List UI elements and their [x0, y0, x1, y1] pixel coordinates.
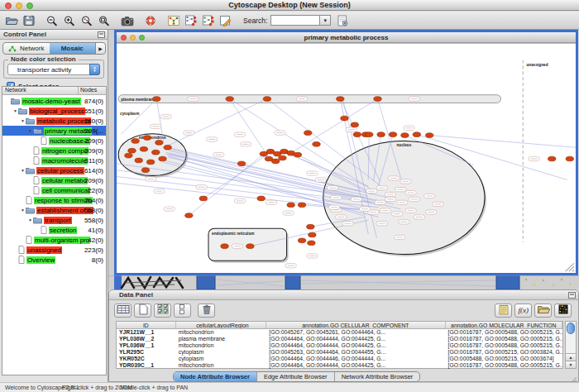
column-header[interactable]: annotation.GO CELLULAR_COMPONENT — [266, 322, 445, 328]
tab-edge-attribute-browser[interactable]: Edge Attribute Browser — [257, 372, 335, 381]
notepad-button[interactable] — [495, 304, 512, 318]
column-header[interactable]: _cellularLayoutRegion — [176, 322, 267, 328]
scroll-down-button[interactable]: ▼ — [566, 361, 576, 368]
tree-column-nodes[interactable]: Nodes — [79, 87, 106, 94]
background-windows-strip — [108, 275, 579, 289]
expand-triangle-icon[interactable]: ▼ — [27, 128, 33, 133]
attribute-table: ID_cellularLayoutRegionannotation.GO CEL… — [116, 321, 563, 369]
scrollbar-thumb[interactable] — [567, 323, 575, 334]
scroll-up-button[interactable]: ▲ — [566, 353, 576, 361]
tree-row[interactable]: Overview8(0) — [2, 255, 106, 265]
tree-row[interactable]: multi-organism pro42(0) — [2, 235, 106, 245]
search-options-button[interactable] — [335, 13, 350, 28]
table-row[interactable]: YKR052Ccytoplasm[GO:0044464, GO:0044446,… — [117, 356, 562, 362]
table-row[interactable]: YPL036W__1mitochondrion[GO:0044464, GO:0… — [117, 342, 562, 349]
help-button[interactable] — [143, 13, 158, 28]
formula-button[interactable]: f(x) — [514, 304, 532, 318]
tree-row[interactable]: ▼cellular process614(0) — [2, 165, 106, 175]
node-count: 280(0) — [84, 117, 103, 125]
network-zoom-button[interactable] — [139, 35, 145, 41]
tree-item-label: cellular process — [36, 167, 84, 174]
data-panel-toolbar: f(x) — [112, 304, 575, 319]
expand-triangle-icon[interactable]: ▼ — [20, 118, 26, 123]
network-canvas[interactable]: plasma membranecytoplasmmitochondrionnuc… — [117, 43, 576, 273]
table-cell: YDR039C__1 — [117, 362, 176, 369]
tree-row[interactable]: response to stimulu264(0) — [2, 195, 106, 205]
column-header[interactable]: annotation.GO MOLECULAR_FUNCTION — [446, 322, 562, 328]
import-attributes-button[interactable] — [534, 304, 552, 318]
table-row[interactable]: YLR295Ccytoplasm[GO:0045263, GO:0044464,… — [117, 349, 562, 356]
close-button[interactable] — [5, 2, 12, 9]
tree-row[interactable]: nitrogen compo209(0) — [2, 146, 106, 155]
open-session-button[interactable] — [4, 13, 19, 28]
annotation-button[interactable] — [218, 13, 233, 28]
float-data-panel-icon[interactable] — [568, 292, 576, 299]
select-attributes-button[interactable] — [154, 304, 171, 318]
tab-network[interactable]: Network — [3, 43, 50, 54]
unselect-attributes-button[interactable] — [174, 304, 191, 318]
column-header[interactable]: ID — [117, 322, 176, 328]
tree-row[interactable]: macromolecule311(0) — [2, 155, 106, 165]
snapshot-button[interactable] — [120, 13, 135, 28]
tab-network-attribute-browser[interactable]: Network Attribute Browser — [335, 372, 420, 381]
toolbar-group — [143, 13, 158, 28]
table-row[interactable]: YJR121W__1mitochondrion[GO:0045267, GO:0… — [117, 329, 562, 336]
tree-item-label: mosaic-demo-yeast — [22, 98, 81, 105]
node-count: 8(0) — [92, 256, 103, 264]
new-attribute-button[interactable] — [134, 304, 151, 318]
zoom-selected-button[interactable] — [79, 13, 94, 28]
tree-item-label: Overview — [26, 256, 55, 264]
network-close-button[interactable] — [121, 35, 127, 41]
tree-row[interactable]: cellular metabo209(0) — [2, 175, 106, 185]
more-tabs-button[interactable]: ▶ — [95, 43, 105, 54]
zoom-in-button[interactable] — [62, 13, 77, 28]
expand-triangle-icon[interactable]: ▼ — [20, 168, 26, 173]
zoom-fit-button[interactable] — [97, 13, 112, 28]
tree-row[interactable]: ▼establishment of lo558(0) — [2, 205, 106, 215]
expand-triangle-icon[interactable]: ▼ — [20, 208, 26, 213]
zoom-out-button[interactable] — [45, 13, 60, 28]
unselect-attributes-icon — [176, 304, 189, 318]
resize-grip-icon[interactable] — [569, 372, 577, 380]
tab-node-attribute-browser[interactable]: Node Attribute Browser — [174, 372, 257, 381]
network-minimize-button[interactable] — [130, 35, 136, 41]
show-network-view-button[interactable] — [166, 13, 181, 28]
delete-attribute-button[interactable] — [198, 304, 215, 318]
tree-row[interactable]: ▼biological_process651(0) — [2, 106, 106, 116]
file-icon — [18, 246, 25, 254]
tree-row[interactable]: ▼metabolic process280(0) — [2, 116, 106, 126]
tree-row[interactable]: mosaic-demo-yeast874(0) — [2, 96, 106, 106]
tree-row[interactable]: ▼transport558(0) — [2, 215, 106, 225]
tree-row[interactable]: unassigned223(0) — [2, 245, 106, 255]
table-cell: [GO:0016787, GO:0005488, GO:0005215, G..… — [446, 362, 562, 369]
tree-row[interactable]: secretion41(0) — [2, 225, 106, 235]
table-row[interactable]: YDR039C__1mitochondrion[GO:0044464, GO:0… — [117, 362, 562, 369]
zoom-button[interactable] — [26, 2, 33, 9]
tree-row[interactable]: ▼primary metabo209(... — [2, 126, 106, 136]
heatmap-button[interactable] — [554, 304, 572, 318]
zoom-selected-icon — [80, 15, 93, 26]
attribute-table-button[interactable] — [114, 304, 132, 318]
tab-mosaic-label: Mosaic — [61, 45, 84, 52]
expand-triangle-icon[interactable]: ▼ — [27, 218, 33, 222]
expand-triangle-icon[interactable]: ▼ — [12, 108, 18, 113]
help-icon — [144, 15, 157, 26]
save-session-button[interactable] — [22, 13, 36, 28]
node-count: 223(0) — [84, 246, 103, 254]
tree-row[interactable]: nucleobase-c209(0) — [2, 136, 106, 146]
tree-column-network[interactable]: Network — [2, 87, 79, 94]
tree-row[interactable]: cell communicat22(0) — [2, 185, 106, 195]
node-count: 209(0) — [84, 147, 103, 155]
table-cell: [GO:0016787, GO:0005215, GO:0003824, G..… — [446, 349, 562, 356]
tab-mosaic[interactable]: Mosaic — [50, 43, 96, 54]
create-network-button[interactable] — [184, 13, 199, 28]
search-dropdown-button[interactable]: ▼ — [320, 15, 331, 26]
search-input[interactable] — [270, 15, 320, 26]
destroy-network-button[interactable] — [201, 13, 216, 28]
node-color-dropdown[interactable]: transporter activity ▲▼ — [7, 64, 100, 75]
table-scrollbar[interactable]: ▲ ▼ — [565, 321, 577, 369]
table-row[interactable]: YPL036W__2plasma membrane[GO:0044464, GO… — [117, 336, 562, 342]
minimize-button[interactable] — [16, 2, 22, 9]
network-window-titlebar[interactable]: primary metabolic process — [117, 32, 576, 43]
float-panel-icon[interactable] — [98, 31, 105, 38]
